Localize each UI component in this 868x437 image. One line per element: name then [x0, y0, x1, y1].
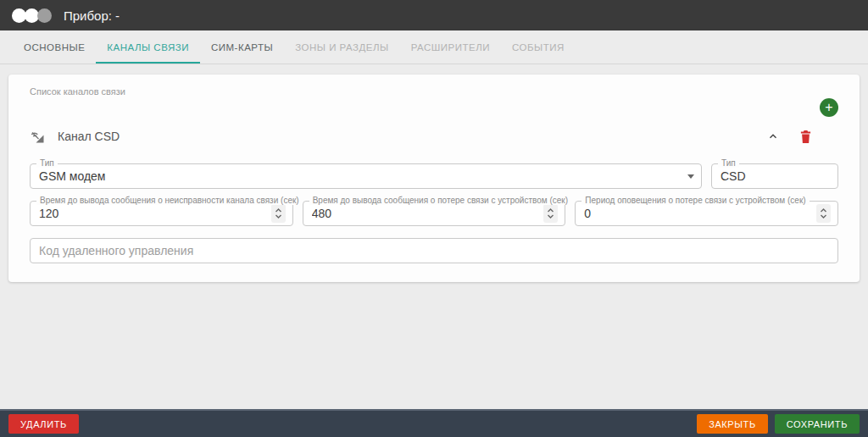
notify-period-input[interactable]	[584, 207, 811, 220]
footer-bar: УДАЛИТЬ ЗАКРЫТЬ СОХРАНИТЬ	[0, 409, 868, 437]
delete-button[interactable]: УДАЛИТЬ	[8, 414, 79, 434]
page-title: Прибор: -	[64, 8, 120, 23]
tab-zony-i-razdely[interactable]: ЗОНЫ И РАЗДЕЛЫ	[284, 30, 399, 64]
type-text-field[interactable]: Тип	[711, 163, 838, 189]
save-button[interactable]: СОХРАНИТЬ	[775, 414, 860, 434]
signal-antenna-icon	[30, 129, 45, 144]
tab-kanaly-svyazi[interactable]: КАНАЛЫ СВЯЗИ	[96, 30, 200, 64]
logo-dot-3	[37, 8, 52, 23]
type-select[interactable]: Тип	[30, 163, 702, 189]
lost-timeout-label: Время до вывода сообщения о потере связи…	[309, 196, 571, 205]
remote-code-input[interactable]	[39, 244, 831, 257]
notify-period-field[interactable]: Период оповещения о потере связи с устро…	[575, 201, 838, 226]
channels-panel: Список каналов связи + Канал CSD	[8, 75, 860, 282]
channel-name: Канал CSD	[58, 130, 120, 143]
plus-icon: +	[825, 99, 832, 116]
tab-bar: ОСНОВНЫЕ КАНАЛЫ СВЯЗИ СИМ-КАРТЫ ЗОНЫ И Р…	[0, 30, 868, 64]
lost-timeout-input[interactable]	[312, 207, 539, 220]
delete-channel-button[interactable]	[796, 127, 815, 146]
trash-icon	[799, 130, 812, 144]
app-header: Прибор: -	[0, 0, 868, 30]
stepper-arrows-icon	[820, 207, 827, 219]
type-select-value[interactable]	[39, 169, 682, 183]
add-row: +	[30, 98, 838, 117]
notify-period-label: Период оповещения о потере связи с устро…	[581, 196, 809, 205]
form-row-timings: Время до вывода сообщения о неисправност…	[30, 201, 838, 226]
tab-sobytiya[interactable]: СОБЫТИЯ	[501, 30, 576, 64]
fault-timeout-label: Время до вывода сообщения о неисправност…	[36, 196, 303, 205]
collapse-channel-button[interactable]	[764, 127, 782, 146]
lost-timeout-stepper[interactable]	[543, 204, 558, 223]
form-row-remote-code	[30, 238, 838, 263]
channel-header: Канал CSD	[30, 125, 838, 147]
stepper-arrows-icon	[547, 207, 554, 219]
fault-timeout-input[interactable]	[39, 207, 266, 220]
dropdown-arrow-icon[interactable]	[687, 174, 694, 179]
add-channel-button[interactable]: +	[820, 98, 838, 117]
type-select-label: Тип	[36, 158, 58, 168]
tab-rasshiriteli[interactable]: РАСШИРИТЕЛИ	[400, 30, 501, 64]
type-text-label: Тип	[718, 158, 739, 168]
fault-timeout-stepper[interactable]	[271, 204, 286, 223]
panel-title: Список каналов связи	[30, 86, 838, 97]
tab-osnovnye[interactable]: ОСНОВНЫЕ	[13, 30, 96, 64]
form-row-type: Тип Тип	[30, 163, 838, 189]
fault-timeout-field[interactable]: Время до вывода сообщения о неисправност…	[30, 201, 293, 226]
main-content: Список каналов связи + Канал CSD	[0, 64, 868, 409]
stepper-arrows-icon	[275, 207, 282, 219]
notify-period-stepper[interactable]	[816, 204, 831, 223]
tab-sim-karty[interactable]: СИМ-КАРТЫ	[200, 30, 284, 64]
lost-timeout-field[interactable]: Время до вывода сообщения о потере связи…	[303, 201, 566, 226]
app-logo	[12, 8, 52, 23]
remote-code-field[interactable]	[30, 238, 838, 263]
close-button[interactable]: ЗАКРЫТЬ	[697, 414, 768, 434]
type-text-input[interactable]	[721, 169, 831, 183]
chevron-up-icon	[767, 130, 779, 142]
